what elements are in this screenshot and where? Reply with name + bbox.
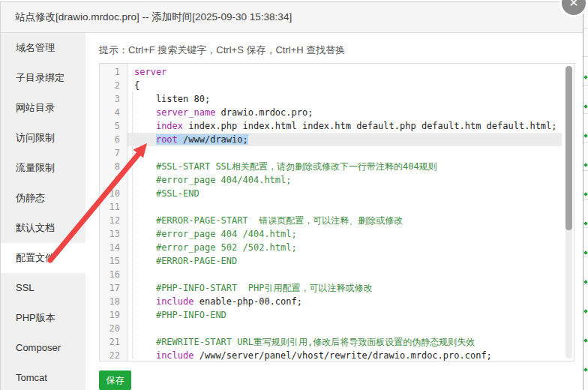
save-button[interactable]: 保存 (99, 370, 131, 390)
code-line[interactable]: server_name drawio.mrdoc.pro; (128, 106, 574, 119)
line-number: 11 (100, 200, 127, 214)
syntax-comment: #ERROR-PAGE-END (156, 256, 237, 266)
code-line[interactable]: #error_page 404 /404.html; (128, 227, 574, 241)
code-line[interactable]: #REWRITE-START URL重写规则引用,修改后将导致面板设置的伪静态规… (128, 335, 574, 349)
syntax-comment: #error_page 404/404.html; (156, 175, 292, 185)
line-number: 20 (100, 322, 127, 335)
line-number: 19 (100, 308, 127, 322)
code-line[interactable]: server (128, 65, 574, 79)
syntax-plain (134, 242, 156, 253)
line-number: 18 (100, 295, 127, 308)
code-line[interactable] (128, 200, 574, 214)
code-line[interactable]: #SSL-START SSL相关配置，请勿删除或修改下一行带注释的404规则 (128, 160, 574, 173)
line-number: 9 (100, 173, 127, 187)
sidebar-item-12[interactable]: Tomcat (1, 363, 86, 390)
background-row-marker (584, 134, 588, 138)
syntax-keyword: server_name (156, 107, 215, 118)
syntax-comment: #PHP-INFO-START PHP引用配置，可以注释或修改 (156, 283, 373, 293)
line-number: 13 (100, 227, 127, 241)
sidebar-item-4[interactable]: 访问限制 (1, 123, 86, 153)
syntax-comment: #error_page 502 /502.html; (156, 242, 297, 253)
background-row-marker (584, 163, 588, 167)
syntax-plain (134, 215, 156, 226)
code-line[interactable]: index index.php index.html index.htm def… (128, 119, 574, 133)
code-line[interactable] (128, 322, 574, 335)
line-number: 10 (100, 187, 127, 200)
sidebar: 域名管理子目录绑定网站目录访问限制流量限制伪静态默认文档配置文件SSLPHP版本… (1, 33, 86, 390)
sidebar-item-5[interactable]: 流量限制 (1, 153, 86, 183)
code-line[interactable] (128, 146, 574, 160)
syntax-plain (134, 121, 156, 131)
code-line[interactable]: include enable-php-00.conf; (128, 295, 574, 308)
syntax-plain: /www/server/panel/vhost/rewrite/drawio.m… (194, 350, 491, 361)
shortcut-hint: 提示：Ctrl+F 搜索关键字，Ctrl+S 保存，Ctrl+H 查找替换 (99, 44, 345, 57)
sidebar-item-1[interactable]: 域名管理 (1, 33, 86, 63)
background-row-marker (584, 75, 588, 80)
code-line[interactable]: #PHP-INFO-END (128, 308, 574, 322)
dialog-titlebar[interactable]: 站点修改[drawio.mrdoc.pro] -- 添加时间[2025-09-3… (1, 2, 583, 33)
syntax-comment: #error_page 404 /404.html; (156, 229, 297, 239)
line-number: 14 (100, 241, 127, 254)
background-row-marker (584, 104, 588, 109)
syntax-comment: #ERROR-PAGE-START 错误页配置，可以注释、删除或修改 (156, 215, 403, 226)
line-number: 2 (100, 79, 127, 92)
syntax-plain (134, 350, 156, 361)
background-row-marker (584, 309, 588, 314)
code-line[interactable]: #ERROR-PAGE-END (128, 254, 574, 268)
editor-code[interactable]: server{ listen 80; server_name drawio.mr… (128, 64, 574, 361)
syntax-comment: #SSL-START SSL相关配置，请勿删除或修改下一行带注释的404规则 (156, 161, 437, 172)
line-number: 7 (100, 146, 127, 160)
syntax-comment: #REWRITE-START URL重写规则引用,修改后将导致面板设置的伪静态规… (156, 337, 475, 347)
syntax-plain (134, 134, 156, 145)
sidebar-item-8[interactable]: 配置文件 (1, 243, 86, 273)
code-line[interactable]: include /www/server/panel/vhost/rewrite/… (128, 349, 574, 361)
dialog-content: 提示：Ctrl+F 搜索关键字，Ctrl+S 保存，Ctrl+H 查找替换 12… (86, 33, 583, 390)
config-file-editor[interactable]: 12345678910111213141516171819202122 serv… (99, 63, 574, 362)
code-line[interactable]: #error_page 502 /502.html; (128, 241, 574, 254)
editor-scrollbar-thumb[interactable] (566, 66, 572, 230)
code-line[interactable]: #PHP-INFO-START PHP引用配置，可以注释或修改 (128, 281, 574, 295)
line-number: 21 (100, 335, 127, 349)
sidebar-item-3[interactable]: 网站目录 (1, 93, 86, 123)
code-line[interactable]: listen 80; (128, 92, 574, 106)
background-row-marker (584, 192, 588, 196)
sidebar-item-2[interactable]: 子目录绑定 (1, 63, 86, 93)
syntax-plain: /www/drawio; (178, 134, 248, 145)
background-row-marker (584, 221, 588, 226)
line-number: 1 (100, 65, 127, 79)
sidebar-item-11[interactable]: Composer (1, 333, 86, 363)
syntax-plain (134, 188, 156, 199)
syntax-plain (134, 161, 156, 172)
syntax-comment: #PHP-INFO-END (156, 310, 226, 320)
syntax-plain: { (134, 80, 140, 91)
sidebar-item-9[interactable]: SSL (1, 273, 86, 303)
line-number: 8 (100, 160, 127, 173)
syntax-plain: drawio.mrdoc.pro; (215, 107, 313, 118)
background-row-marker (584, 368, 588, 372)
code-line[interactable]: #SSL-END (128, 187, 574, 200)
code-line[interactable]: #ERROR-PAGE-START 错误页配置，可以注释、删除或修改 (128, 214, 574, 227)
code-line[interactable]: { (128, 79, 574, 92)
sidebar-item-6[interactable]: 伪静态 (1, 183, 86, 213)
line-number: 17 (100, 281, 127, 295)
code-line[interactable]: root /www/drawio; (128, 133, 562, 146)
line-number: 3 (100, 92, 127, 106)
syntax-plain (134, 229, 156, 239)
line-number: 16 (100, 268, 127, 281)
syntax-plain (134, 296, 156, 307)
syntax-keyword: root (156, 134, 178, 145)
syntax-plain (134, 283, 156, 293)
line-number: 22 (100, 349, 127, 362)
syntax-keyword: server (134, 67, 166, 77)
code-line[interactable]: #error_page 404/404.html; (128, 173, 574, 187)
syntax-plain (134, 310, 156, 320)
syntax-plain: listen 80; (134, 94, 210, 104)
code-line[interactable] (128, 268, 574, 281)
line-number: 12 (100, 214, 127, 227)
syntax-plain: enable-php-00.conf; (194, 296, 302, 307)
editor-gutter: 12345678910111213141516171819202122 (100, 64, 128, 361)
sidebar-item-7[interactable]: 默认文档 (1, 213, 86, 243)
background-page-sliver (583, 0, 588, 390)
syntax-plain (134, 256, 156, 266)
sidebar-item-10[interactable]: PHP版本 (1, 303, 86, 333)
